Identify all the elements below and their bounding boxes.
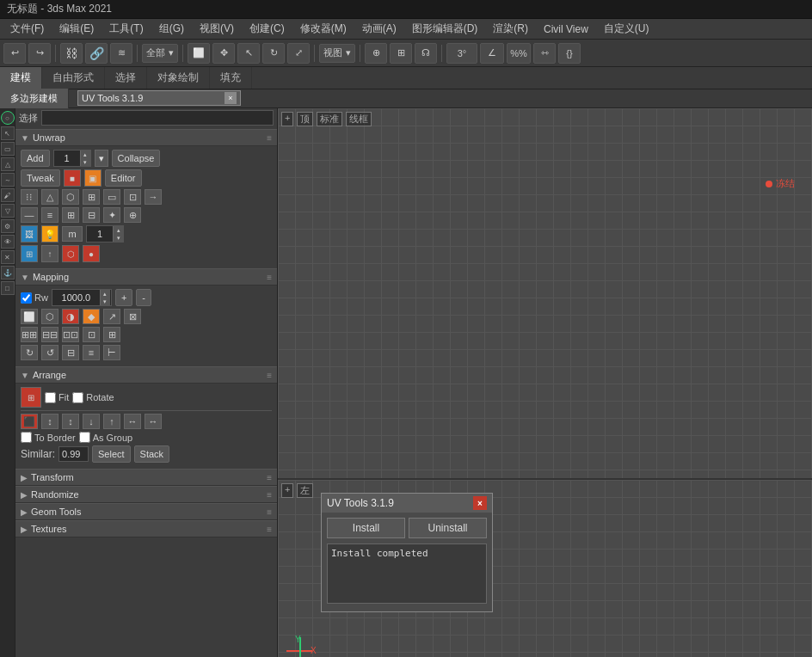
tweak-button[interactable]: Tweak bbox=[21, 169, 60, 187]
section-randomize-header[interactable]: ▶ Randomize ≡ bbox=[15, 486, 277, 503]
unwrap-icon4[interactable]: ● bbox=[83, 245, 100, 262]
map-icon5[interactable]: ↗ bbox=[103, 309, 120, 324]
section-textures-header[interactable]: ▶ Textures ≡ bbox=[15, 520, 277, 537]
view-dropdown[interactable]: 视图 ▾ bbox=[319, 44, 355, 63]
minus-btn[interactable]: - bbox=[136, 289, 151, 306]
icon-triangle[interactable]: △ bbox=[1, 157, 15, 171]
vp-left-tag[interactable]: 左 bbox=[297, 483, 313, 498]
bind-button[interactable]: ≋ bbox=[110, 43, 132, 64]
as-group-checkbox[interactable] bbox=[79, 432, 90, 443]
texture-icon[interactable]: 🖼 bbox=[21, 225, 38, 243]
unlink-button[interactable]: 🔗 bbox=[85, 43, 108, 64]
icon-paint[interactable]: 🖌 bbox=[1, 188, 15, 202]
section-arrange-header[interactable]: ▼ Arrange ≡ bbox=[15, 366, 277, 384]
menu-customize[interactable]: 自定义(U) bbox=[597, 20, 656, 38]
map-icon9[interactable]: ⊡⊡ bbox=[62, 327, 79, 342]
similar-input[interactable] bbox=[58, 446, 89, 462]
undo-button[interactable]: ↩ bbox=[3, 43, 26, 64]
tab-modeling[interactable]: 建模 bbox=[0, 67, 42, 89]
btn8[interactable]: ☊ bbox=[415, 43, 437, 64]
tab-object-paint[interactable]: 对象绘制 bbox=[147, 67, 210, 89]
icon-cross[interactable]: ✕ bbox=[1, 250, 15, 264]
tool-expand[interactable]: ⊞ bbox=[62, 207, 79, 223]
rotate-checkbox[interactable] bbox=[72, 392, 83, 403]
scale-button[interactable]: ⤢ bbox=[287, 43, 310, 64]
uninstall-button[interactable]: Uninstall bbox=[409, 518, 487, 538]
map-icon6[interactable]: ⊠ bbox=[124, 309, 141, 324]
unwrap-number-spinbox[interactable]: ▴ ▾ bbox=[53, 150, 91, 167]
map-icon7[interactable]: ⊞⊞ bbox=[21, 327, 38, 342]
m-spinbox-down[interactable]: ▾ bbox=[113, 234, 123, 242]
arr-icon5[interactable]: ↑ bbox=[103, 414, 120, 429]
transform-options[interactable]: ≡ bbox=[267, 473, 272, 482]
fit-checkbox-label[interactable]: Fit bbox=[45, 392, 69, 403]
section-unwrap-header[interactable]: ▼ Unwrap ≡ bbox=[15, 129, 277, 146]
rotate-button[interactable]: ↻ bbox=[262, 43, 285, 64]
search-box[interactable] bbox=[41, 110, 274, 126]
menu-tools[interactable]: 工具(T) bbox=[102, 20, 150, 38]
icon-wave[interactable]: ～ bbox=[1, 173, 15, 187]
map-rotate-ccw[interactable]: ↺ bbox=[41, 345, 58, 360]
select-btn[interactable]: ✥ bbox=[212, 43, 235, 64]
unwrap-options[interactable]: ≡ bbox=[267, 133, 272, 143]
select-rect-button[interactable]: ⬜ bbox=[188, 43, 210, 64]
menu-animation[interactable]: 动画(A) bbox=[355, 20, 403, 38]
tool-cube2[interactable]: ⊞ bbox=[83, 189, 100, 205]
menu-create[interactable]: 创建(C) bbox=[243, 20, 292, 38]
map-icon10[interactable]: ⊡ bbox=[83, 327, 100, 342]
fit-checkbox[interactable] bbox=[45, 392, 56, 403]
tool-triangle[interactable]: △ bbox=[41, 189, 58, 205]
light-icon[interactable]: 💡 bbox=[41, 225, 58, 243]
m-spinbox[interactable]: ▴ ▾ bbox=[86, 225, 124, 243]
rw-spinbox[interactable]: ▴ ▾ bbox=[52, 289, 112, 306]
m-spinbox-up[interactable]: ▴ bbox=[113, 226, 123, 234]
icon-eye[interactable]: 👁 bbox=[1, 235, 15, 249]
uvtools-panel-close[interactable]: × bbox=[225, 92, 237, 104]
map-split[interactable]: ⊟ bbox=[62, 345, 79, 360]
as-group-label[interactable]: As Group bbox=[79, 432, 132, 443]
unwrap-icon3[interactable]: ⬡ bbox=[62, 245, 79, 262]
icon-filter[interactable]: ▽ bbox=[1, 204, 15, 218]
menu-view[interactable]: 视图(V) bbox=[193, 20, 241, 38]
to-border-checkbox[interactable] bbox=[21, 432, 32, 443]
unwrap-icon2[interactable]: ↑ bbox=[41, 245, 58, 262]
link-button[interactable]: ⛓ bbox=[60, 43, 83, 64]
textures-options[interactable]: ≡ bbox=[267, 525, 272, 534]
section-transform-header[interactable]: ▶ Transform ≡ bbox=[15, 469, 277, 486]
curly-btn[interactable]: {} bbox=[558, 43, 581, 64]
icon-select[interactable]: ↖ bbox=[1, 126, 15, 140]
angle-btn[interactable]: 3° bbox=[446, 43, 477, 64]
tool-lines[interactable]: ≡ bbox=[41, 207, 58, 223]
rotate-checkbox-label[interactable]: Rotate bbox=[72, 392, 114, 403]
redo-button[interactable]: ↪ bbox=[28, 43, 51, 64]
tab-freeform[interactable]: 自由形式 bbox=[42, 67, 105, 89]
menu-graph-editor[interactable]: 图形编辑器(D) bbox=[405, 20, 485, 38]
number-dropdown[interactable]: ▾ bbox=[95, 150, 108, 167]
menu-file[interactable]: 文件(F) bbox=[3, 20, 51, 38]
menu-group[interactable]: 组(G) bbox=[152, 20, 191, 38]
menu-render[interactable]: 渲染(R) bbox=[486, 20, 535, 38]
unwrap-number-input[interactable] bbox=[54, 153, 80, 163]
orange-icon[interactable]: ▣ bbox=[84, 169, 102, 187]
tab-select[interactable]: 选择 bbox=[105, 67, 147, 89]
icon-anchor[interactable]: ⚓ bbox=[1, 266, 15, 279]
geom-options[interactable]: ≡ bbox=[267, 507, 272, 517]
collapse-button[interactable]: Collapse bbox=[112, 150, 161, 167]
spinbox-up[interactable]: ▴ bbox=[80, 150, 90, 158]
icon-circle[interactable]: ○ bbox=[1, 111, 15, 125]
map-align[interactable]: ≡ bbox=[83, 345, 100, 360]
all-dropdown[interactable]: 全部 ▾ bbox=[142, 44, 178, 63]
tool-dots[interactable]: ⁝⁝ bbox=[21, 189, 38, 205]
map-icon8[interactable]: ⊟⊟ bbox=[41, 327, 58, 342]
tool-rect[interactable]: ▭ bbox=[103, 189, 120, 205]
map-icon11[interactable]: ⊞ bbox=[103, 327, 120, 342]
vp-top-tag[interactable]: 顶 bbox=[297, 112, 313, 126]
dialog-output[interactable]: Install completed bbox=[327, 543, 487, 604]
map-icon3[interactable]: ◑ bbox=[62, 309, 79, 324]
arr-icon1[interactable]: ⬛ bbox=[21, 414, 38, 429]
vp-bottom-plus[interactable]: + bbox=[281, 483, 293, 498]
uvtools-dialog-title[interactable]: UV Tools 3.1.9 × bbox=[322, 494, 492, 513]
uvtools-titlebar[interactable]: UV Tools 3.1.9 × bbox=[77, 90, 241, 106]
rw-input[interactable] bbox=[52, 292, 100, 303]
tool-grid[interactable]: ⊟ bbox=[83, 207, 100, 223]
